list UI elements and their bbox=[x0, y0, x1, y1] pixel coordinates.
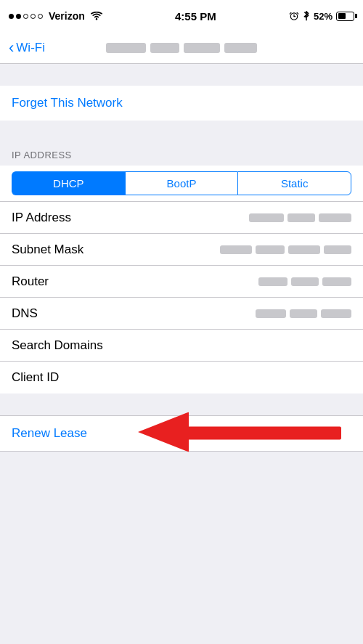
signal-dots bbox=[9, 14, 43, 19]
blur-val-3b bbox=[291, 277, 319, 286]
blur-4 bbox=[224, 43, 257, 53]
forget-section: Forget This Network bbox=[0, 86, 363, 121]
dot-3 bbox=[23, 14, 28, 19]
status-left: Verizon bbox=[9, 10, 102, 22]
table-row: Client ID bbox=[0, 362, 363, 394]
blur-val-3c bbox=[322, 277, 351, 286]
ip-address-label: IP Address bbox=[12, 211, 71, 225]
blur-3 bbox=[184, 43, 220, 53]
blur-val-4a bbox=[256, 309, 286, 318]
back-label: Wi-Fi bbox=[16, 41, 45, 55]
renew-lease-button[interactable]: Renew Lease bbox=[12, 426, 87, 441]
nav-bar: ‹ Wi-Fi bbox=[0, 32, 363, 64]
renew-wrapper: Renew Lease bbox=[0, 408, 363, 452]
dot-1 bbox=[9, 14, 14, 19]
client-id-label: Client ID bbox=[12, 370, 59, 385]
search-domains-label: Search Domains bbox=[12, 338, 103, 353]
renew-lease-section: Renew Lease bbox=[0, 415, 363, 452]
blur-2 bbox=[150, 43, 179, 53]
blur-1 bbox=[106, 43, 146, 53]
red-arrow-icon bbox=[138, 412, 356, 452]
blur-val-1a bbox=[249, 213, 284, 222]
table-row: DNS bbox=[0, 298, 363, 330]
blur-val-2a bbox=[220, 245, 252, 254]
forget-label: Forget This Network bbox=[12, 96, 123, 110]
dns-label: DNS bbox=[12, 306, 38, 321]
svg-point-0 bbox=[96, 18, 97, 20]
battery-percent: 52% bbox=[314, 11, 333, 22]
table-row: Subnet Mask bbox=[0, 234, 363, 266]
back-chevron-icon: ‹ bbox=[9, 40, 14, 56]
alarm-icon bbox=[289, 11, 299, 21]
forget-cell[interactable]: Forget This Network bbox=[0, 86, 363, 121]
table-row: Search Domains bbox=[0, 330, 363, 362]
ip-mode-selector: DHCP BootP Static bbox=[0, 166, 363, 202]
dot-2 bbox=[16, 14, 21, 19]
seg-static[interactable]: Static bbox=[237, 171, 351, 195]
carrier-label: Verizon bbox=[49, 10, 85, 22]
ip-header-text: IP ADDRESS bbox=[12, 150, 72, 160]
gap-3 bbox=[0, 394, 363, 408]
router-label: Router bbox=[12, 274, 49, 289]
gap-1 bbox=[0, 64, 363, 86]
blur-val-2c bbox=[288, 245, 320, 254]
wifi-icon bbox=[91, 12, 102, 20]
status-right: 52% bbox=[289, 11, 354, 22]
battery-icon bbox=[336, 12, 354, 21]
table-row: Router bbox=[0, 266, 363, 298]
dot-4 bbox=[30, 14, 36, 19]
nav-network-name bbox=[106, 43, 257, 53]
svg-line-5 bbox=[297, 12, 298, 14]
status-time: 4:55 PM bbox=[175, 10, 216, 23]
blur-val-1b bbox=[287, 213, 315, 222]
blur-val-4c bbox=[321, 309, 351, 318]
battery-fill bbox=[338, 13, 346, 19]
gap-2 bbox=[0, 121, 363, 142]
subnet-mask-value bbox=[220, 245, 351, 254]
ip-section-header: IP ADDRESS bbox=[0, 142, 363, 166]
svg-rect-6 bbox=[174, 427, 341, 440]
blur-val-4b bbox=[290, 309, 317, 318]
table-row: IP Address bbox=[0, 202, 363, 234]
svg-line-4 bbox=[290, 12, 291, 14]
svg-marker-7 bbox=[138, 412, 189, 452]
blur-val-2d bbox=[324, 245, 351, 254]
blur-val-3a bbox=[258, 277, 287, 286]
back-button[interactable]: ‹ Wi-Fi bbox=[9, 40, 45, 56]
ip-address-value bbox=[249, 213, 351, 222]
ip-rows: IP Address Subnet Mask Router DNS bbox=[0, 202, 363, 394]
dot-5 bbox=[38, 14, 43, 19]
router-value bbox=[258, 277, 351, 286]
subnet-mask-label: Subnet Mask bbox=[12, 242, 83, 257]
status-bar: Verizon 4:55 PM 52% bbox=[0, 0, 363, 32]
arrow-container bbox=[138, 412, 356, 455]
seg-bootp[interactable]: BootP bbox=[125, 171, 238, 195]
seg-dhcp[interactable]: DHCP bbox=[12, 171, 125, 195]
dns-value bbox=[256, 309, 351, 318]
blur-val-1c bbox=[319, 213, 351, 222]
bluetooth-icon bbox=[303, 11, 310, 21]
blur-val-2b bbox=[256, 245, 285, 254]
